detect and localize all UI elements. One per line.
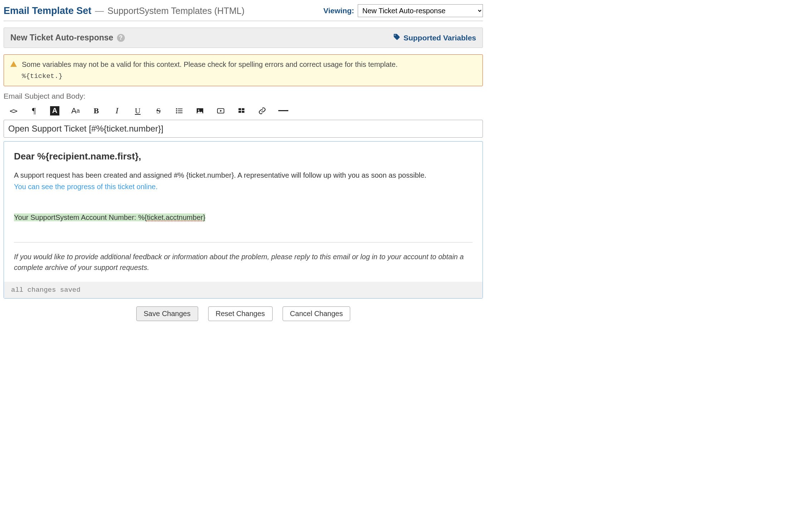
save-button[interactable]: Save Changes [136, 306, 198, 321]
page-subtitle: SupportSystem Templates (HTML) [108, 6, 245, 16]
page-title: Email Template Set [4, 5, 92, 16]
body-account-line[interactable]: Your SupportSystem Account Number: %{tic… [14, 213, 205, 221]
list-icon[interactable] [175, 106, 184, 115]
title-separator: — [95, 6, 104, 16]
supported-variables-link[interactable]: Supported Variables [403, 34, 476, 42]
svg-point-7 [198, 109, 200, 111]
body-divider [14, 242, 473, 243]
body-progress-link[interactable]: You can see the progress of this ticket … [14, 183, 158, 191]
editor-section-label: Email Subject and Body: [4, 92, 483, 100]
svg-rect-1 [178, 108, 182, 109]
warning-message: Some variables may not be a valid for th… [22, 60, 398, 68]
svg-rect-12 [242, 111, 244, 113]
viewing-label: Viewing: [323, 6, 354, 15]
help-icon[interactable]: ? [117, 34, 125, 42]
page-header: Email Template Set — SupportSystem Templ… [4, 4, 483, 21]
template-panel-header: New Ticket Auto-response ? Supported Var… [4, 28, 483, 48]
editor-toolbar: <> ¶ A Aa B I U S [4, 103, 483, 120]
body-greeting[interactable]: Dear %{recipient.name.first}, [14, 149, 473, 163]
template-name: New Ticket Auto-response [10, 33, 113, 43]
link-icon[interactable] [258, 106, 267, 115]
body-editor[interactable]: Dear %{recipient.name.first}, A support … [4, 141, 483, 299]
tag-icon [393, 33, 401, 43]
svg-point-4 [176, 112, 177, 113]
viewing-select[interactable]: New Ticket Auto-response [358, 4, 483, 17]
body-paragraph-1[interactable]: A support request has been created and a… [14, 171, 426, 179]
code-view-icon[interactable]: <> [9, 106, 18, 115]
font-case-icon[interactable]: Aa [71, 106, 80, 115]
body-footnote[interactable]: If you would like to provide additional … [14, 251, 473, 273]
bold-icon[interactable]: B [92, 106, 101, 115]
subject-input[interactable] [4, 120, 483, 138]
editor-status-bar: all changes saved [4, 282, 483, 298]
warning-banner: Some variables may not be a valid for th… [4, 54, 483, 86]
video-icon[interactable] [216, 106, 225, 115]
svg-point-0 [176, 108, 177, 109]
svg-rect-11 [239, 111, 241, 113]
body-account-variable[interactable]: ticket.acctnumber [147, 213, 203, 221]
svg-rect-5 [178, 112, 182, 113]
svg-point-2 [176, 110, 177, 112]
text-color-icon[interactable]: A [50, 106, 59, 115]
horizontal-rule-icon[interactable] [278, 106, 288, 115]
italic-icon[interactable]: I [112, 106, 122, 115]
strikethrough-icon[interactable]: S [154, 106, 163, 115]
reset-button[interactable]: Reset Changes [208, 306, 273, 321]
warning-icon [10, 61, 17, 67]
footer-buttons: Save Changes Reset Changes Cancel Change… [4, 306, 483, 321]
svg-rect-9 [239, 108, 241, 110]
table-icon[interactable] [237, 106, 246, 115]
body-content[interactable]: Dear %{recipient.name.first}, A support … [4, 142, 483, 282]
underline-icon[interactable]: U [133, 106, 142, 115]
cancel-button[interactable]: Cancel Changes [283, 306, 351, 321]
image-icon[interactable] [195, 106, 205, 115]
paragraph-style-icon[interactable]: ¶ [29, 106, 39, 115]
svg-rect-10 [242, 108, 244, 110]
svg-rect-3 [178, 110, 182, 111]
header-divider [4, 21, 483, 21]
warning-code: %{ticket.} [22, 71, 398, 82]
